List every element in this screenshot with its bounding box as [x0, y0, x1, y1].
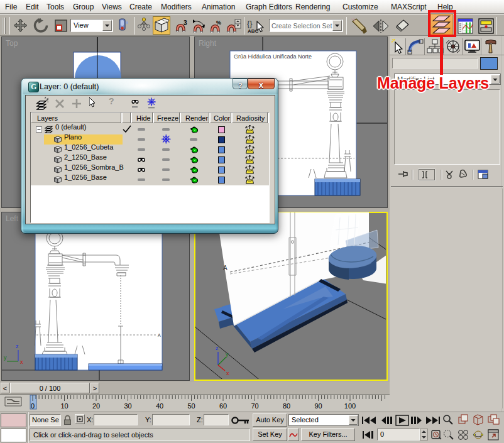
- svg-text:10: 10: [60, 402, 68, 410]
- svg-text:40: 40: [156, 402, 163, 410]
- svg-text:0: 0: [31, 402, 35, 410]
- svg-text:z: z: [216, 345, 219, 351]
- svg-text:y: y: [4, 354, 7, 361]
- svg-text:100: 100: [344, 402, 356, 410]
- svg-text:z: z: [16, 343, 19, 349]
- svg-text:20: 20: [92, 402, 100, 410]
- svg-text:70: 70: [251, 402, 258, 410]
- svg-text:80: 80: [283, 402, 290, 410]
- svg-text:x: x: [20, 359, 23, 365]
- svg-text:60: 60: [219, 402, 227, 410]
- svg-text:3: 3: [184, 19, 187, 26]
- svg-text:Grúa Hidáulica Unificada Norte: Grúa Hidáulica Unificada Norte: [234, 53, 312, 60]
- svg-text:A: A: [223, 265, 227, 271]
- svg-text:50: 50: [187, 402, 195, 410]
- svg-text:x: x: [226, 370, 229, 376]
- svg-text:30: 30: [124, 402, 131, 410]
- svg-text:A: A: [158, 333, 161, 337]
- svg-text:90: 90: [314, 402, 322, 410]
- svg-text:{}: {}: [247, 19, 253, 28]
- svg-text:%: %: [216, 19, 221, 26]
- svg-text:y: y: [226, 351, 229, 358]
